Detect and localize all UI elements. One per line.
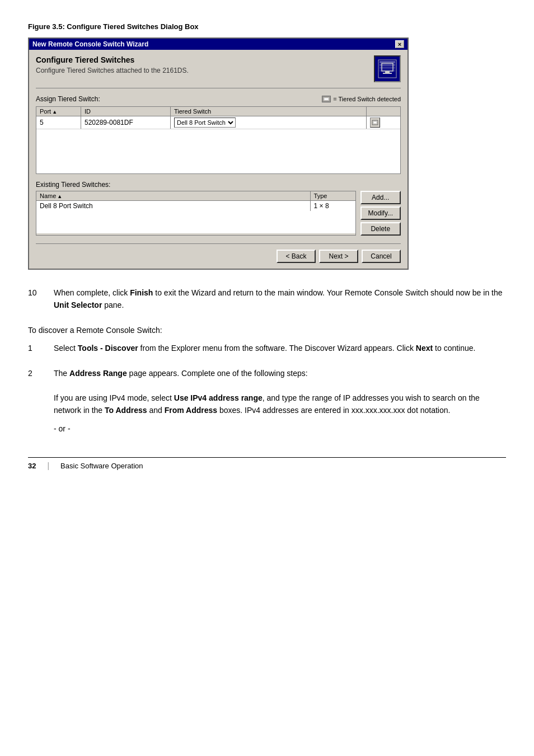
indent-block: If you are using IPv4 mode, select Use I… [54,392,506,417]
dialog-footer: < Back Next > Cancel [36,243,401,263]
footer-text: Basic Software Operation [60,462,143,470]
delete-button[interactable]: Delete [360,222,401,236]
tiered-legend: = Tiered Switch detected [322,96,401,102]
section-desc: Configure Tiered Switches attached to th… [36,67,189,74]
col-tiered-switch: Tiered Switch [171,107,367,116]
discover-step-1: 1 Select Tools - Discover from the Explo… [28,342,506,359]
svg-rect-11 [373,121,377,124]
tiered-switch-icon-btn[interactable] [370,118,380,128]
page-number: 32 [28,462,36,470]
svg-rect-6 [385,71,390,73]
assign-table: Port▲ ID Tiered Switch 5 520289-0081DF D… [36,106,401,174]
discover-step-2-number: 2 [28,367,45,384]
assign-label: Assign Tiered Switch: [36,95,100,103]
add-button[interactable]: Add... [360,191,401,204]
dialog-window: New Remote Console Switch Wizard × Confi… [28,37,409,270]
discover-step-1-text: Select Tools - Discover from the Explore… [54,342,506,359]
col-type: Type [311,191,355,200]
existing-label: Existing Tiered Switches: [36,181,401,189]
existing-section: Existing Tiered Switches: Name▲ Type Del… [36,181,401,236]
or-line: - or - [54,422,506,435]
cell-port: 5 [36,116,81,129]
back-button[interactable]: < Back [277,250,316,263]
dialog-titlebar: New Remote Console Switch Wizard × [29,39,407,50]
svg-rect-7 [383,73,392,74]
step-10-number: 10 [28,287,45,316]
page-footer: 32 | Basic Software Operation [28,457,506,470]
discover-step-2-text: The Address Range page appears. Complete… [54,367,506,384]
existing-action-buttons: Add... Modify... Delete [360,191,401,236]
footer-separator: | [47,461,49,470]
col-empty [367,107,400,116]
step-10: 10 When complete, click Finish to exit t… [28,287,506,316]
existing-name-cell: Dell 8 Port Switch [36,201,311,211]
col-name: Name▲ [36,191,311,200]
discover-intro: To discover a Remote Console Switch: [28,324,506,336]
legend-text: = Tiered Switch detected [333,96,401,102]
col-port: Port▲ [36,107,81,116]
legend-icon [322,96,331,102]
existing-table: Name▲ Type Dell 8 Port Switch 1 × 8 [36,191,356,236]
discover-step-1-number: 1 [28,342,45,359]
cancel-button[interactable]: Cancel [362,250,401,263]
cell-action[interactable] [367,116,400,129]
section-title: Configure Tiered Switches [36,55,189,64]
cell-tiered-switch[interactable]: Dell 8 Port Switch [171,116,367,129]
existing-type-cell: 1 × 8 [311,201,355,211]
dialog-title: New Remote Console Switch Wizard [32,40,148,48]
svg-rect-9 [324,98,329,100]
main-content: 10 When complete, click Finish to exit t… [28,287,506,435]
close-button[interactable]: × [395,40,404,48]
step-10-text: When complete, click Finish to exit the … [54,287,506,316]
col-id: ID [81,107,171,116]
figure-caption: Figure 3.5: Configure Tiered Switches Di… [28,22,506,31]
discover-step-2: 2 The Address Range page appears. Comple… [28,367,506,384]
tiered-switch-select[interactable]: Dell 8 Port Switch [174,118,236,128]
wizard-icon [374,55,401,82]
next-button[interactable]: Next > [319,250,358,263]
cell-id: 520289-0081DF [81,116,171,129]
modify-button[interactable]: Modify... [360,206,401,220]
